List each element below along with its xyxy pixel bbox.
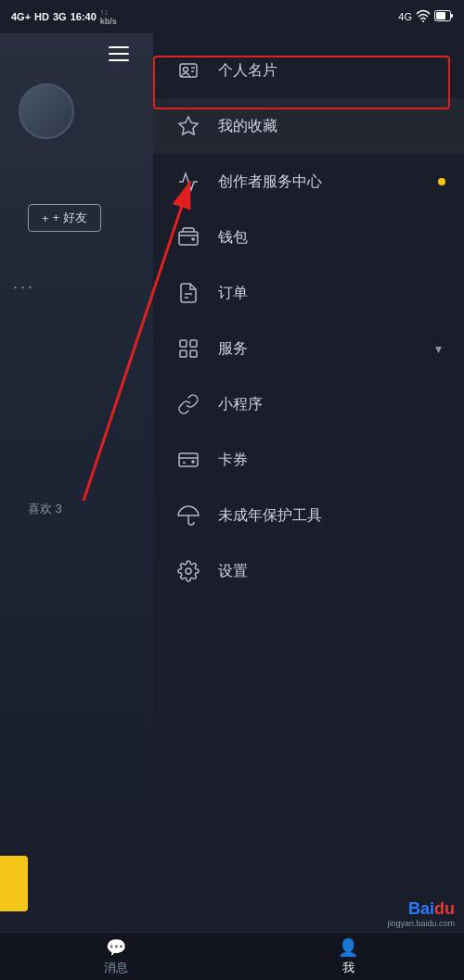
menu-item-settings[interactable]: 设置 [153,543,464,599]
menu-item-wallet[interactable]: 钱包 [153,210,464,265]
network-hd: HD [34,11,49,22]
chart-icon [175,169,201,195]
star-icon [175,113,201,139]
hamburger-line-2 [109,53,129,55]
hamburger-button[interactable] [102,37,135,70]
menu-label-cards: 卡券 [218,451,442,470]
link-icon [175,391,201,417]
apps-icon [175,336,201,362]
dots-text: ... [13,274,35,292]
likes-label: 喜欢 3 [28,502,62,515]
battery-icon [434,10,453,23]
svg-rect-14 [180,350,187,357]
baidu-logo-accent: du [434,899,455,918]
creator-dot [438,178,445,185]
svg-rect-12 [180,340,187,347]
menu-item-minor-protection[interactable]: 未成年保护工具 [153,488,464,543]
speed-indicator: ↑↓kb/s [100,7,117,26]
likes-count: 喜欢 3 [28,501,62,517]
services-arrow: ▾ [435,341,442,356]
network-type-right: 4G [398,11,412,22]
svg-marker-8 [179,117,198,134]
person-card-icon [175,57,201,83]
time: 16:40 [71,11,97,22]
card-icon [175,447,201,473]
yellow-accent-bar [0,856,28,911]
left-panel: + + 好友 ... 喜欢 3 [0,0,153,946]
menu-label-minor-protection: 未成年保护工具 [218,506,442,526]
menu-label-orders: 订单 [218,284,442,303]
me-icon: 👤 [338,937,358,958]
menu-label-settings: 设置 [218,562,442,581]
menu-label-wallet: 钱包 [218,228,442,248]
umbrella-icon [175,503,201,528]
status-right: 4G [398,9,453,24]
profile-area [19,83,139,148]
svg-point-18 [192,461,194,463]
bottom-tab-bar: 💬 消息 👤 我 [0,932,464,980]
menu-item-cards[interactable]: 卡券 [153,432,464,488]
menu-item-mini-programs[interactable]: 小程序 [153,376,464,432]
more-options[interactable]: ... [13,274,35,293]
baidu-subtitle: jingyan.baidu.com [387,919,455,928]
hamburger-line-3 [109,59,129,61]
wallet-icon [175,224,201,250]
tab-me-label: 我 [342,960,354,976]
document-icon [175,280,201,306]
tab-messages-label: 消息 [104,960,128,976]
svg-point-19 [186,568,191,574]
baidu-logo: Baidu [408,899,455,919]
add-icon: + [42,211,49,225]
menu-label-my-favorites: 我的收藏 [218,117,442,136]
tab-me[interactable]: 👤 我 [232,937,464,976]
menu-label-mini-programs: 小程序 [218,395,442,414]
menu-label-profile-card: 个人名片 [218,61,442,81]
svg-rect-2 [436,12,445,19]
svg-rect-16 [179,453,198,466]
hamburger-line-1 [109,46,129,48]
svg-point-0 [422,20,424,22]
svg-rect-15 [190,350,197,357]
menu-item-my-favorites[interactable]: 我的收藏 [153,98,464,154]
menu-item-orders[interactable]: 订单 [153,265,464,321]
menu-list: 个人名片 我的收藏 创作者服务中心 钱包 [153,33,464,599]
baidu-watermark: Baidu jingyan.baidu.com [387,899,455,928]
settings-icon [175,558,201,584]
menu-label-creator-center: 创作者服务中心 [218,172,442,192]
svg-rect-13 [190,340,197,347]
tab-messages[interactable]: 💬 消息 [0,937,232,976]
add-friend-label: + 好友 [53,210,87,226]
right-menu-panel: 个人名片 我的收藏 创作者服务中心 钱包 [153,33,464,980]
menu-item-services[interactable]: 服务 ▾ [153,321,464,376]
baidu-logo-text: Bai [408,899,434,918]
menu-item-profile-card[interactable]: 个人名片 [153,43,464,98]
svg-point-5 [184,68,188,72]
status-left: 4G+ HD 3G 16:40 ↑↓kb/s [11,7,117,26]
add-friend-button[interactable]: + + 好友 [28,204,101,232]
avatar [19,83,74,139]
network-4g: 4G+ [11,11,31,22]
svg-rect-3 [451,14,453,18]
svg-rect-9 [179,232,198,245]
status-bar: 4G+ HD 3G 16:40 ↑↓kb/s 4G [0,0,464,33]
menu-item-creator-center[interactable]: 创作者服务中心 [153,154,464,210]
messages-icon: 💬 [106,937,126,958]
wifi-signal [416,9,431,24]
menu-label-services: 服务 [218,339,435,359]
network-3g: 3G [53,11,67,22]
